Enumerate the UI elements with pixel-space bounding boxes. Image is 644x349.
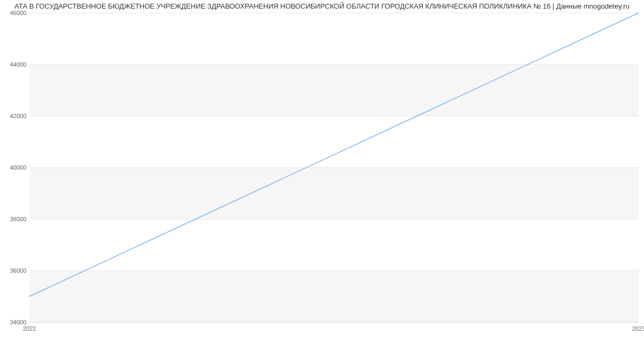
y-tick: 38000	[10, 216, 26, 222]
y-tick: 40000	[10, 164, 26, 171]
x-tick: 2023	[632, 325, 644, 332]
data-series	[30, 13, 639, 296]
y-tick: 36000	[10, 267, 26, 274]
svg-text:42000: 42000	[10, 113, 26, 119]
svg-text:46000: 46000	[10, 10, 26, 16]
svg-text:2022: 2022	[23, 325, 36, 332]
svg-text:36000: 36000	[10, 267, 26, 274]
grid-band	[30, 64, 639, 116]
y-tick: 46000	[10, 10, 26, 16]
grid-band	[30, 271, 639, 322]
svg-text:34000: 34000	[10, 319, 26, 325]
svg-text:44000: 44000	[10, 61, 26, 68]
svg-text:38000: 38000	[10, 216, 26, 222]
x-tick: 2022	[23, 325, 36, 332]
svg-text:40000: 40000	[10, 164, 26, 171]
svg-text:2023: 2023	[632, 325, 644, 332]
line-chart: 34000360003800040000420004400046000 2022…	[0, 0, 644, 349]
y-tick: 44000	[10, 61, 26, 68]
y-tick: 34000	[10, 319, 26, 325]
grid-band	[30, 168, 639, 219]
y-tick: 42000	[10, 113, 26, 119]
